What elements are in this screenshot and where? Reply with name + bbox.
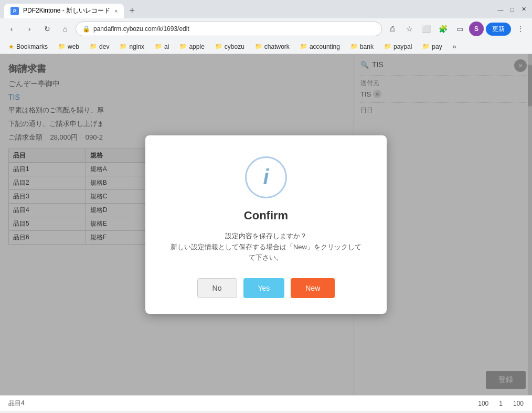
bookmark-accounting[interactable]: 📁 accounting xyxy=(296,42,344,51)
browser-content: 御請求書 ごんぞー亭御中 TIS 平素は格別のご高配を賜り、厚 下記の通り、ご請… xyxy=(0,54,532,395)
sidebar-icon[interactable]: ▭ xyxy=(452,22,467,36)
browser-tab[interactable]: P PDF2Kintone - 新しいレコード × xyxy=(4,4,124,18)
bookmark-more[interactable]: » xyxy=(449,42,461,51)
modal-message: 設定内容を保存しますか？ 新しい設定情報として保存する場合は「New」をクリック… xyxy=(171,231,361,263)
maximize-btn[interactable]: □ xyxy=(508,5,516,14)
bookmark-label: web xyxy=(68,43,79,50)
forward-btn[interactable]: › xyxy=(22,22,37,36)
modal-new-button[interactable]: New xyxy=(291,278,335,298)
bookmark-nginx[interactable]: 📁 nginx xyxy=(115,42,148,51)
bookmark-folder-icon: 📁 xyxy=(422,43,430,50)
address-text: pandafirm.cybozu.com/k/1693/edit xyxy=(93,25,375,33)
extensions-icon[interactable]: 🧩 xyxy=(435,22,450,36)
bookmark-pay[interactable]: 📁 pay xyxy=(418,42,446,51)
tab-title: PDF2Kintone - 新しいレコード xyxy=(23,6,110,15)
new-tab-button[interactable]: + xyxy=(125,4,139,18)
bookmark-folder-icon: 📁 xyxy=(155,43,162,50)
bookmark-dev[interactable]: 📁 dev xyxy=(86,42,113,51)
bookmark-label: Bookmarks xyxy=(16,43,48,50)
bookmark-folder-icon: 📁 xyxy=(215,43,222,50)
tab-close-btn[interactable]: × xyxy=(114,8,118,14)
bookmark-label: accounting xyxy=(310,43,340,50)
bookmark-label: chatwork xyxy=(264,43,290,50)
modal-message-line3: て下さい。 xyxy=(171,252,361,263)
tab-favicon: P xyxy=(10,7,19,15)
bookmark-folder-icon: 📁 xyxy=(300,43,307,50)
bookmark-label: dev xyxy=(99,43,109,50)
modal-dialog: i Confirm 設定内容を保存しますか？ 新しい設定情報として保存する場合は… xyxy=(145,135,387,314)
bookmark-web[interactable]: 📁 web xyxy=(54,42,83,51)
bookmark-apple[interactable]: 📁 apple xyxy=(175,42,208,51)
modal-title: Confirm xyxy=(244,209,288,223)
bookmark-label: paypal xyxy=(393,43,412,50)
modal-no-button[interactable]: No xyxy=(197,278,237,298)
bookmark-folder-icon: 📁 xyxy=(179,43,187,50)
update-button[interactable]: 更新 xyxy=(486,23,511,36)
modal-info-icon: i xyxy=(245,156,287,198)
toolbar-icons: ⎙ ☆ ⬜ 🧩 ▭ S 更新 ⋮ xyxy=(385,22,528,36)
bookmark-label: pay xyxy=(432,43,442,50)
bookmark-label: bank xyxy=(360,43,374,50)
bookmark-bank[interactable]: 📁 bank xyxy=(346,42,378,51)
bottom-qty: 1 xyxy=(499,400,503,407)
bookmark-folder-icon: 📁 xyxy=(120,43,127,50)
bookmark-chatwork[interactable]: 📁 chatwork xyxy=(251,42,294,51)
modal-message-line1: 設定内容を保存しますか？ xyxy=(171,231,361,242)
bookmark-folder-icon: 📁 xyxy=(384,43,391,50)
bookmark-star-icon[interactable]: ☆ xyxy=(402,22,417,36)
bookmark-label: cybozu xyxy=(225,43,244,50)
title-bar: P PDF2Kintone - 新しいレコード × + — □ ✕ xyxy=(0,0,532,18)
bookmark-folder-icon: 📁 xyxy=(90,43,97,50)
more-bookmarks-label: » xyxy=(453,43,456,50)
close-btn[interactable]: ✕ xyxy=(519,5,528,14)
bookmarks-star-icon: ★ xyxy=(8,43,14,50)
bookmark-folder-icon: 📁 xyxy=(58,43,66,50)
modal-overlay: i Confirm 設定内容を保存しますか？ 新しい設定情報として保存する場合は… xyxy=(0,54,532,395)
bookmark-label: nginx xyxy=(129,43,144,50)
bookmark-folder-icon: 📁 xyxy=(350,43,358,50)
bookmarks-bar: ★ Bookmarks 📁 web 📁 dev 📁 nginx 📁 ai 📁 a… xyxy=(0,39,532,54)
back-btn[interactable]: ‹ xyxy=(4,22,19,36)
modal-message-line2: 新しい設定情報として保存する場合は「New」をクリックして xyxy=(171,242,361,253)
address-bar-row: ‹ › ↻ ⌂ 🔒 pandafirm.cybozu.com/k/1693/ed… xyxy=(0,18,532,39)
bottom-price: 100 xyxy=(478,400,488,407)
bookmark-bookmarks[interactable]: ★ Bookmarks xyxy=(4,42,52,51)
modal-buttons: No Yes New xyxy=(197,278,335,298)
bottom-bar: 品目4 100 1 100 xyxy=(0,395,532,411)
modal-yes-button[interactable]: Yes xyxy=(243,278,285,298)
reload-btn[interactable]: ↻ xyxy=(40,22,55,36)
menu-icon[interactable]: ⋮ xyxy=(513,22,528,36)
bookmark-paypal[interactable]: 📁 paypal xyxy=(380,42,416,51)
bookmark-cybozu[interactable]: 📁 cybozu xyxy=(211,42,249,51)
profile-avatar[interactable]: S xyxy=(469,22,484,36)
bottom-total: 100 xyxy=(513,400,524,407)
bookmark-label: apple xyxy=(189,43,204,50)
address-bar[interactable]: 🔒 pandafirm.cybozu.com/k/1693/edit xyxy=(76,22,382,36)
bookmark-ai[interactable]: 📁 ai xyxy=(151,42,173,51)
window-controls: — □ ✕ xyxy=(496,5,528,14)
lock-icon: 🔒 xyxy=(82,25,90,33)
screenshot-icon[interactable]: ⬜ xyxy=(419,22,433,36)
bookmark-label: ai xyxy=(164,43,169,50)
home-btn[interactable]: ⌂ xyxy=(58,22,72,36)
minimize-btn[interactable]: — xyxy=(496,5,505,14)
bookmark-folder-icon: 📁 xyxy=(255,43,262,50)
share-icon[interactable]: ⎙ xyxy=(385,22,400,36)
bottom-item: 品目4 xyxy=(8,399,25,408)
